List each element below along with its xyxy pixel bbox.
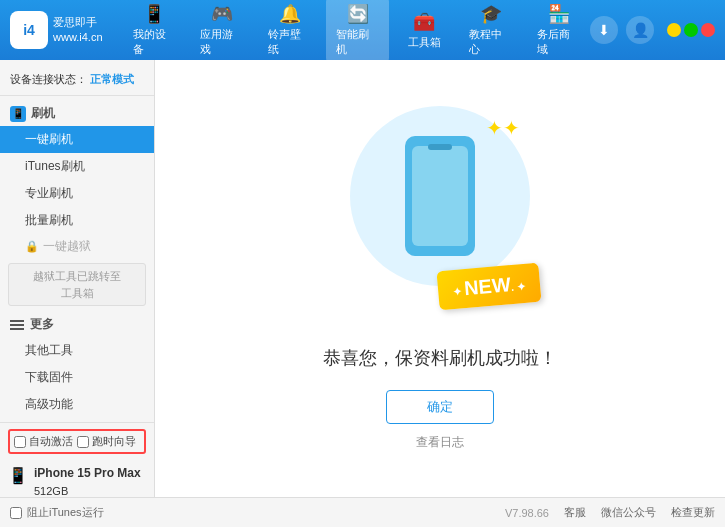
stop-itunes-label: 阻止iTunes运行	[27, 505, 104, 520]
flash-nav-icon: 🔄	[347, 3, 369, 25]
user-icon: 👤	[632, 22, 649, 38]
ringtones-nav-icon: 🔔	[279, 3, 301, 25]
flash-section-icon: 📱	[10, 106, 26, 122]
main-container: 设备连接状态： 正常模式 📱 刷机 一键刷机 iTunes刷机 专业刷机 批量刷…	[0, 60, 725, 497]
close-button[interactable]	[701, 23, 715, 37]
sidebar-item-download-firmware[interactable]: 下载固件	[0, 364, 154, 391]
phone-notch	[428, 144, 452, 150]
apps-nav-icon: 🎮	[211, 3, 233, 25]
nav-bar: 📱 我的设备 🎮 应用游戏 🔔 铃声壁纸 🔄 智能刷机 🧰 工具箱 🎓 教程中心…	[123, 0, 590, 62]
new-badge: ✦ NEW. ✦	[437, 263, 542, 311]
footer-items: V7.98.66 客服 微信公众号 检查更新	[505, 505, 715, 520]
footer: 阻止iTunes运行 V7.98.66 客服 微信公众号 检查更新	[0, 497, 725, 527]
sidebar-bottom: 自动激活 跑时向导 📱 iPhone 15 Pro Max 512GB iPho…	[0, 422, 154, 497]
tutorial-nav-icon: 🎓	[480, 3, 502, 25]
device-phone-icon: 📱	[8, 466, 28, 485]
wechat-link[interactable]: 微信公众号	[601, 505, 656, 520]
logo: i4 爱思即手 www.i4.cn	[10, 11, 103, 49]
sidebar-item-advanced[interactable]: 高级功能	[0, 391, 154, 418]
toolbox-nav-icon: 🧰	[413, 11, 435, 33]
auto-activate-checkbox[interactable]: 自动激活	[14, 434, 73, 449]
customer-service-link[interactable]: 客服	[564, 505, 586, 520]
sidebar: 设备连接状态： 正常模式 📱 刷机 一键刷机 iTunes刷机 专业刷机 批量刷…	[0, 60, 155, 497]
logo-text: 爱思即手 www.i4.cn	[53, 15, 103, 46]
minimize-button[interactable]	[667, 23, 681, 37]
confirm-button[interactable]: 确定	[386, 390, 494, 424]
phone-illustration: ✦✦ ✦ NEW. ✦	[340, 106, 540, 326]
maximize-button[interactable]	[684, 23, 698, 37]
lock-icon: 🔒	[25, 240, 39, 253]
window-controls	[667, 23, 715, 37]
flash-section-header: 📱 刷机	[0, 101, 154, 126]
device-nav-icon: 📱	[143, 3, 165, 25]
more-section-header: 更多	[0, 310, 154, 337]
sidebar-item-jailbreak-disabled: 🔒 一键越狱	[0, 234, 154, 259]
nav-ringtones[interactable]: 🔔 铃声壁纸	[258, 0, 321, 62]
phone-body	[405, 136, 475, 256]
sparkles-icon: ✦✦	[486, 116, 520, 140]
user-button[interactable]: 👤	[626, 16, 654, 44]
header: i4 爱思即手 www.i4.cn 📱 我的设备 🎮 应用游戏 🔔 铃声壁纸 🔄…	[0, 0, 725, 60]
nav-service[interactable]: 🏪 务后商域	[527, 0, 590, 62]
view-log-link[interactable]: 查看日志	[416, 434, 464, 451]
service-nav-icon: 🏪	[548, 3, 570, 25]
disabled-box: 越狱工具已跳转至 工具箱	[8, 263, 146, 306]
auto-guide-checkbox[interactable]: 跑时向导	[77, 434, 136, 449]
sidebar-item-one-key-flash[interactable]: 一键刷机	[0, 126, 154, 153]
nav-my-device[interactable]: 📱 我的设备	[123, 0, 186, 62]
content-area: ✦✦ ✦ NEW. ✦ 恭喜您，保资料刷机成功啦！ 确定 查看日志	[155, 60, 725, 497]
nav-apps-games[interactable]: 🎮 应用游戏	[190, 0, 253, 62]
logo-icon: i4	[10, 11, 48, 49]
check-update-link[interactable]: 检查更新	[671, 505, 715, 520]
sidebar-item-other-tools[interactable]: 其他工具	[0, 337, 154, 364]
version-label: V7.98.66	[505, 507, 549, 519]
phone-screen	[412, 146, 468, 246]
nav-tutorial[interactable]: 🎓 教程中心	[459, 0, 522, 62]
footer-left: 阻止iTunes运行	[10, 505, 104, 520]
stop-itunes-checkbox[interactable]	[10, 507, 22, 519]
logo-letter: i4	[23, 22, 35, 38]
header-right: ⬇ 👤	[590, 16, 715, 44]
device-info-panel: 📱 iPhone 15 Pro Max 512GB iPhone	[8, 460, 146, 497]
sidebar-item-pro-flash[interactable]: 专业刷机	[0, 180, 154, 207]
status-bar: 设备连接状态： 正常模式	[0, 68, 154, 96]
download-button[interactable]: ⬇	[590, 16, 618, 44]
nav-toolbox[interactable]: 🧰 工具箱	[394, 6, 454, 55]
auto-options-row: 自动激活 跑时向导	[8, 429, 146, 454]
device-details: iPhone 15 Pro Max 512GB iPhone	[34, 464, 141, 497]
sidebar-item-itunes-flash[interactable]: iTunes刷机	[0, 153, 154, 180]
download-icon: ⬇	[598, 22, 610, 38]
sidebar-item-batch-flash[interactable]: 批量刷机	[0, 207, 154, 234]
nav-smart-flash[interactable]: 🔄 智能刷机	[326, 0, 389, 62]
success-message: 恭喜您，保资料刷机成功啦！	[323, 346, 557, 370]
